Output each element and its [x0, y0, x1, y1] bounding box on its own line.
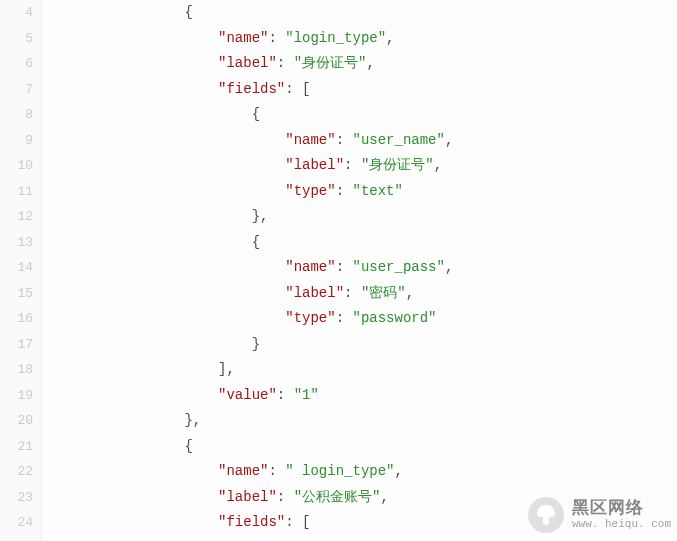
line-number-gutter: 456789101112131415161718192021222324: [0, 0, 42, 541]
json-string: "密码": [361, 285, 406, 301]
line-number: 17: [0, 332, 33, 358]
line-number: 6: [0, 51, 33, 77]
json-punct: },: [252, 208, 269, 224]
json-punct: :: [344, 285, 361, 301]
json-key: "value": [218, 387, 277, 403]
code-line[interactable]: {: [50, 434, 677, 460]
json-punct: ,: [386, 30, 394, 46]
code-line[interactable]: "fields": [: [50, 77, 677, 103]
json-key: "label": [285, 285, 344, 301]
json-string: "身份证号": [361, 157, 434, 173]
code-line[interactable]: "label": "密码",: [50, 281, 677, 307]
watermark-logo-icon: [528, 497, 564, 533]
code-area[interactable]: { "name": "login_type", "label": "身份证号",…: [50, 0, 677, 536]
code-line[interactable]: },: [50, 408, 677, 434]
json-punct: }: [252, 336, 260, 352]
json-key: "name": [285, 132, 335, 148]
json-key: "name": [285, 259, 335, 275]
json-punct: ,: [406, 285, 414, 301]
json-punct: ,: [445, 259, 453, 275]
json-key: "label": [285, 157, 344, 173]
json-punct: : [: [285, 81, 310, 97]
line-number: 8: [0, 102, 33, 128]
json-string: "user_pass": [352, 259, 444, 275]
watermark-title: 黑区网络: [572, 500, 671, 519]
json-key: "fields": [218, 81, 285, 97]
json-punct: :: [268, 30, 285, 46]
code-line[interactable]: "name": " login_type",: [50, 459, 677, 485]
json-punct: ,: [434, 157, 442, 173]
json-punct: :: [344, 157, 361, 173]
json-punct: :: [277, 387, 294, 403]
line-number: 13: [0, 230, 33, 256]
code-line[interactable]: "type": "text": [50, 179, 677, 205]
json-punct: :: [336, 310, 353, 326]
line-number: 21: [0, 434, 33, 460]
json-key: "type": [285, 183, 335, 199]
json-string: "身份证号": [294, 55, 367, 71]
code-editor[interactable]: 456789101112131415161718192021222324 { "…: [0, 0, 677, 541]
json-punct: :: [268, 463, 285, 479]
json-punct: {: [184, 4, 192, 20]
json-string: "text": [352, 183, 402, 199]
watermark-url: www. heiqu. com: [572, 518, 671, 530]
code-line[interactable]: {: [50, 230, 677, 256]
code-line[interactable]: {: [50, 102, 677, 128]
line-number: 5: [0, 26, 33, 52]
code-line[interactable]: },: [50, 204, 677, 230]
line-number: 24: [0, 510, 33, 536]
line-number: 7: [0, 77, 33, 103]
line-number: 15: [0, 281, 33, 307]
json-key: "name": [218, 30, 268, 46]
json-punct: :: [336, 259, 353, 275]
line-number: 20: [0, 408, 33, 434]
line-number: 23: [0, 485, 33, 511]
line-number: 18: [0, 357, 33, 383]
watermark: 黑区网络 www. heiqu. com: [528, 497, 671, 533]
line-number: 10: [0, 153, 33, 179]
json-punct: },: [184, 412, 201, 428]
json-punct: ,: [380, 489, 388, 505]
line-number: 11: [0, 179, 33, 205]
code-line[interactable]: "label": "身份证号",: [50, 153, 677, 179]
json-punct: :: [277, 55, 294, 71]
line-number: 19: [0, 383, 33, 409]
json-punct: :: [277, 489, 294, 505]
line-number: 22: [0, 459, 33, 485]
json-key: "name": [218, 463, 268, 479]
json-key: "label": [218, 55, 277, 71]
json-punct: :: [336, 132, 353, 148]
code-line[interactable]: "label": "身份证号",: [50, 51, 677, 77]
json-punct: {: [252, 234, 260, 250]
line-number: 4: [0, 0, 33, 26]
line-number: 12: [0, 204, 33, 230]
json-punct: {: [184, 438, 192, 454]
json-punct: ],: [218, 361, 235, 377]
json-punct: {: [252, 106, 260, 122]
code-line[interactable]: "name": "login_type",: [50, 26, 677, 52]
code-line[interactable]: {: [50, 0, 677, 26]
json-string: "password": [352, 310, 436, 326]
code-line[interactable]: "type": "password": [50, 306, 677, 332]
line-number: 16: [0, 306, 33, 332]
json-string: "user_name": [352, 132, 444, 148]
json-punct: :: [336, 183, 353, 199]
json-string: " login_type": [285, 463, 394, 479]
json-key: "type": [285, 310, 335, 326]
json-string: "login_type": [285, 30, 386, 46]
json-punct: ,: [445, 132, 453, 148]
code-line[interactable]: "name": "user_pass",: [50, 255, 677, 281]
json-key: "label": [218, 489, 277, 505]
code-line[interactable]: ],: [50, 357, 677, 383]
json-string: "公积金账号": [294, 489, 381, 505]
json-key: "fields": [218, 514, 285, 530]
json-punct: ,: [366, 55, 374, 71]
line-number: 9: [0, 128, 33, 154]
code-line[interactable]: }: [50, 332, 677, 358]
json-string: "1": [294, 387, 319, 403]
line-number: 14: [0, 255, 33, 281]
code-line[interactable]: "name": "user_name",: [50, 128, 677, 154]
json-punct: ,: [394, 463, 402, 479]
code-line[interactable]: "value": "1": [50, 383, 677, 409]
json-punct: : [: [285, 514, 310, 530]
